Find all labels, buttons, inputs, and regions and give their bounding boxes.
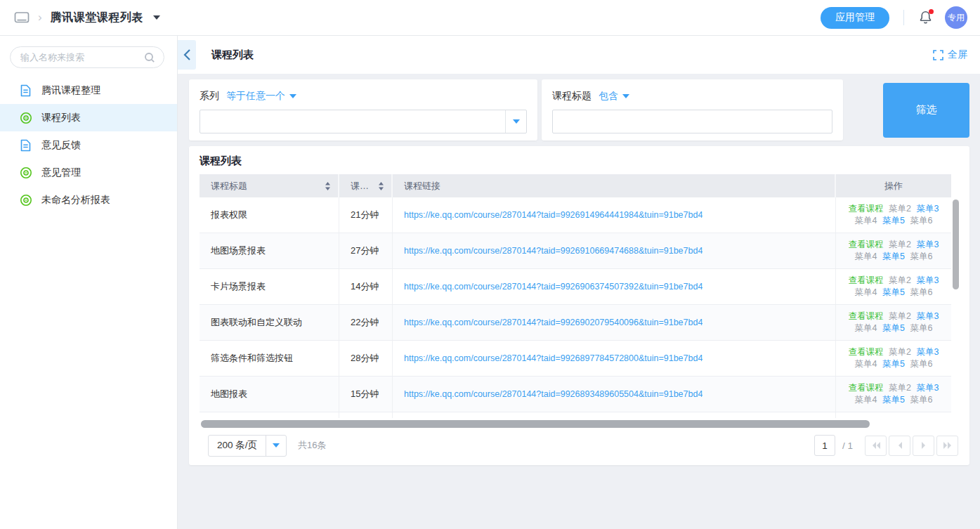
course-link[interactable]: https://ke.qq.com/course/2870144?taid=99… <box>404 210 703 220</box>
course-duration-cell: 21分钟 <box>339 197 393 233</box>
course-link[interactable]: https://ke.qq.com/course/2870144?taid=99… <box>404 318 703 327</box>
row-action-view-course[interactable]: 查看课程 <box>849 240 884 249</box>
row-action-menu-5[interactable]: 菜单5 <box>882 287 905 297</box>
target-icon <box>20 166 32 179</box>
row-action-menu-6[interactable]: 菜单6 <box>910 287 932 297</box>
row-action-view-course[interactable]: 查看课程 <box>849 383 884 393</box>
sidebar-item-unnamed-analysis-report[interactable]: 未命名分析报表 <box>0 186 177 214</box>
row-action-menu-3[interactable]: 菜单3 <box>916 383 939 393</box>
row-action-menu-4[interactable]: 菜单4 <box>855 252 877 261</box>
row-action-menu-4[interactable]: 菜单4 <box>855 359 877 369</box>
row-action-menu-2[interactable]: 菜单2 <box>889 347 911 357</box>
breadcrumb-separator-icon: › <box>38 11 42 25</box>
course-link[interactable]: https://ke.qq.com/course/2870144?taid=99… <box>404 246 703 256</box>
series-operator-value: 等于任意一个 <box>226 90 285 103</box>
sort-icon[interactable] <box>378 181 384 191</box>
course-title-input[interactable] <box>552 110 832 133</box>
content-area: 系列 等于任意一个 课程标题 <box>178 74 980 529</box>
vertical-scrollbar[interactable] <box>951 197 960 418</box>
row-action-view-course[interactable]: 查看课程 <box>849 311 884 321</box>
sidebar-item-feedback[interactable]: 意见反馈 <box>0 131 177 159</box>
row-action-menu-5[interactable]: 菜单5 <box>882 395 905 405</box>
series-filter-label: 系列 <box>200 90 219 103</box>
search-input[interactable] <box>20 52 144 63</box>
fullscreen-button[interactable]: 全屏 <box>933 48 967 61</box>
course-actions-cell: 查看课程 菜单2 菜单3 菜单4 菜单5 菜单6 <box>836 346 951 370</box>
page-size-select[interactable]: 200 条/页 <box>208 435 287 457</box>
row-action-menu-6[interactable]: 菜单6 <box>910 252 932 261</box>
course-title-cell: 地图场景报表 <box>200 233 339 268</box>
page-size-arrow[interactable] <box>266 436 286 456</box>
sidebar-item-tencent-course-organize[interactable]: 腾讯课程整理 <box>0 77 177 104</box>
course-title-operator-dropdown[interactable]: 包含 <box>599 90 629 103</box>
sidebar-item-course-list[interactable]: 课程列表 <box>0 104 177 131</box>
course-title-operator-value: 包含 <box>599 90 618 103</box>
row-action-menu-6[interactable]: 菜单6 <box>910 216 932 226</box>
row-action-menu-4[interactable]: 菜单4 <box>855 323 877 333</box>
table-row: 报表权限21分钟https://ke.qq.com/course/2870144… <box>200 197 951 233</box>
row-action-menu-5[interactable]: 菜单5 <box>882 252 905 261</box>
row-action-menu-2[interactable]: 菜单2 <box>889 240 911 249</box>
target-icon <box>20 194 32 207</box>
row-action-view-course[interactable]: 查看课程 <box>849 204 884 214</box>
series-operator-dropdown[interactable]: 等于任意一个 <box>226 90 296 103</box>
course-actions-cell: 查看课程 菜单2 菜单3 菜单4 菜单5 菜单6 <box>836 311 951 334</box>
row-action-menu-3[interactable]: 菜单3 <box>916 347 939 357</box>
row-action-menu-3[interactable]: 菜单3 <box>916 275 939 285</box>
course-link-cell: https://ke.qq.com/course/2870144?taid=99… <box>393 377 836 412</box>
row-action-menu-5[interactable]: 菜单5 <box>882 216 905 226</box>
sidebar-item-feedback-manage[interactable]: 意见管理 <box>0 159 177 186</box>
horizontal-scrollbar[interactable] <box>200 420 960 428</box>
row-action-menu-4[interactable]: 菜单4 <box>855 287 877 297</box>
chevron-down-icon <box>289 94 296 98</box>
sidebar-item-label: 课程列表 <box>41 112 81 124</box>
breadcrumb-caret-icon[interactable] <box>153 15 160 20</box>
column-header-label: 课程链接 <box>404 180 440 192</box>
breadcrumb-title[interactable]: 腾讯课堂课程列表 <box>51 11 143 25</box>
notification-bell-icon[interactable] <box>918 10 934 25</box>
series-select-arrow[interactable] <box>505 110 526 133</box>
horizontal-scrollbar-thumb[interactable] <box>201 420 870 428</box>
sidebar-item-label: 意见反馈 <box>41 139 81 152</box>
row-action-view-course[interactable]: 查看课程 <box>849 275 884 285</box>
vertical-scrollbar-thumb[interactable] <box>953 200 959 289</box>
row-action-menu-6[interactable]: 菜单6 <box>910 323 932 333</box>
sidebar-item-label: 腾讯课程整理 <box>41 84 100 97</box>
row-action-menu-6[interactable]: 菜单6 <box>910 359 932 369</box>
course-link[interactable]: https://ke.qq.com/course/2870144?taid=99… <box>404 353 703 363</box>
first-page-button[interactable] <box>865 436 887 456</box>
row-action-menu-2[interactable]: 菜单2 <box>889 275 911 285</box>
row-action-menu-2[interactable]: 菜单2 <box>889 383 911 393</box>
row-action-menu-3[interactable]: 菜单3 <box>916 311 939 321</box>
row-action-menu-6[interactable]: 菜单6 <box>910 395 932 405</box>
sort-icon[interactable] <box>325 181 331 191</box>
column-header-course-duration[interactable]: 课程... <box>339 174 393 197</box>
column-header-course-title[interactable]: 课程标题 <box>200 174 339 197</box>
row-action-view-course[interactable]: 查看课程 <box>849 347 884 357</box>
course-link[interactable]: https://ke.qq.com/course/2870144?taid=99… <box>404 389 703 399</box>
row-action-menu-5[interactable]: 菜单5 <box>882 323 905 333</box>
last-page-button[interactable] <box>936 436 958 456</box>
row-action-menu-4[interactable]: 菜单4 <box>855 216 877 226</box>
filter-row: 系列 等于任意一个 课程标题 <box>189 79 969 141</box>
column-header-actions: 操作 <box>836 174 951 197</box>
course-link[interactable]: https://ke.qq.com/course/2870144?taid=99… <box>404 282 703 292</box>
row-action-menu-3[interactable]: 菜单3 <box>916 240 939 249</box>
back-button[interactable] <box>178 40 196 70</box>
series-select[interactable] <box>200 110 527 133</box>
app-manage-button[interactable]: 应用管理 <box>821 7 889 29</box>
filter-submit-button[interactable]: 筛选 <box>883 83 969 138</box>
next-page-button[interactable] <box>913 436 934 456</box>
row-action-menu-2[interactable]: 菜单2 <box>889 311 911 321</box>
breadcrumb: › 腾讯课堂课程列表 <box>14 11 160 25</box>
row-action-menu-4[interactable]: 菜单4 <box>855 395 877 405</box>
row-action-menu-2[interactable]: 菜单2 <box>889 204 911 214</box>
search-icon[interactable] <box>144 52 155 63</box>
document-icon <box>20 84 32 97</box>
row-action-menu-5[interactable]: 菜单5 <box>882 359 905 369</box>
prev-page-button[interactable] <box>889 436 910 456</box>
page-number-input[interactable] <box>814 435 835 456</box>
app-window: › 腾讯课堂课程列表 应用管理 专用 腾讯课程整理课程列表意见反馈意见管理未命名… <box>0 0 980 529</box>
row-action-menu-3[interactable]: 菜单3 <box>916 204 939 214</box>
avatar[interactable]: 专用 <box>945 6 967 29</box>
